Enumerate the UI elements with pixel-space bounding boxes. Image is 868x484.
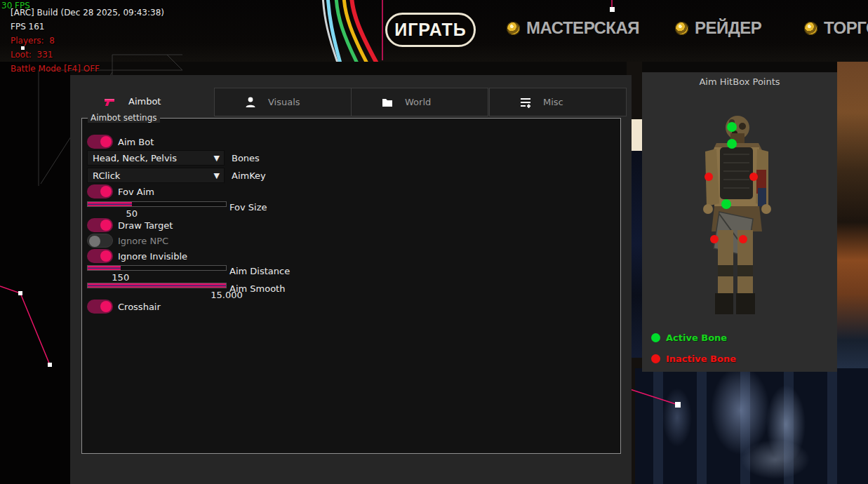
ignore-npc-label: Ignore NPC [118, 236, 168, 246]
hitbox-point-right-shoulder[interactable] [749, 173, 758, 181]
legend-active-bone: Active Bone [651, 332, 727, 343]
player-model-preview [691, 112, 782, 319]
players-count: Players: 8 [11, 36, 55, 46]
fps-info: FPS 161 [11, 22, 44, 32]
fov-size-label: Fov Size [229, 202, 267, 213]
aim-distance-slider[interactable] [87, 265, 227, 271]
cheat-menu-panel: Aimbot Visuals World [70, 75, 632, 484]
coin-icon [804, 22, 817, 35]
loot-count: Loot: 331 [11, 50, 53, 60]
tab-label: World [405, 97, 431, 107]
aim-distance-value: 150 [112, 272, 129, 283]
aim-smooth-slider[interactable] [87, 283, 227, 288]
menu-item-trade[interactable]: ТОРГО [804, 18, 868, 38]
draw-target-toggle[interactable] [87, 218, 113, 232]
coin-icon [507, 22, 520, 35]
aim-distance-label: Aim Distance [229, 266, 290, 276]
loot-marker [675, 402, 681, 408]
aimkey-value: RClick [93, 170, 120, 181]
active-bone-dot [651, 333, 660, 342]
chevron-down-icon: ▼ [214, 168, 220, 183]
battle-mode-status: Battle Mode [F4] OFF [11, 64, 100, 74]
person-icon [244, 96, 257, 109]
aimkey-dropdown[interactable]: RClick ▼ [87, 168, 225, 183]
crosshair-toggle[interactable] [87, 300, 113, 314]
active-bone-label: Active Bone [666, 332, 727, 343]
playlist-add-icon [519, 96, 532, 109]
inactive-bone-label: Inactive Bone [666, 354, 736, 364]
hitbox-point-head[interactable] [727, 122, 737, 132]
build-info: [ARC] Build (Dec 28 2025, 09:43:38) [11, 8, 164, 18]
tab-label: Misc [543, 97, 563, 107]
aim-bot-toggle[interactable] [87, 135, 113, 149]
aimkey-label: AimKey [232, 170, 266, 181]
hitbox-point-right-knee[interactable] [739, 235, 747, 243]
bones-value: Head, Neck, Pelvis [93, 153, 177, 163]
chevron-down-icon: ▼ [214, 151, 220, 166]
legend-inactive-bone: Inactive Bone [651, 354, 736, 364]
tab-label: Visuals [268, 97, 300, 107]
hitbox-panel-title: Aim HitBox Points [642, 76, 837, 87]
loot-marker [48, 363, 52, 367]
menu-item-label: РЕЙДЕР [695, 18, 761, 38]
hitbox-point-left-knee[interactable] [710, 235, 719, 243]
play-button[interactable]: ИГРАТЬ [385, 13, 476, 47]
hitbox-point-left-shoulder[interactable] [705, 173, 713, 181]
game-screen: 30 FPS [ARC] Build (Dec 28 2025, 09:43:3… [0, 0, 868, 484]
crosshair-label: Crosshair [118, 302, 161, 312]
draw-target-label: Draw Target [118, 220, 173, 231]
ignore-invisible-toggle[interactable] [87, 249, 113, 263]
pistol-icon [104, 97, 115, 107]
hitbox-point-pelvis[interactable] [721, 199, 731, 209]
bones-label: Bones [232, 153, 260, 163]
fov-aim-toggle[interactable] [87, 184, 113, 199]
hitbox-panel: Aim HitBox Points [642, 72, 837, 372]
loot-marker [610, 7, 615, 12]
menu-item-label: ТОРГО [824, 18, 868, 38]
folder-icon [381, 96, 394, 109]
tab-misc[interactable]: Misc [489, 88, 627, 116]
aim-smooth-label: Aim Smooth [229, 283, 285, 294]
tab-aimbot[interactable]: Aimbot [91, 88, 203, 116]
bones-dropdown[interactable]: Head, Neck, Pelvis ▼ [87, 150, 225, 166]
fov-size-slider[interactable] [87, 201, 227, 207]
loot-marker [18, 291, 22, 295]
ignore-invisible-label: Ignore Invisible [118, 251, 187, 262]
hitbox-point-neck[interactable] [727, 139, 737, 149]
fov-aim-label: Fov Aim [118, 187, 154, 197]
aim-bot-label: Aim Bot [118, 137, 154, 147]
tab-world[interactable]: World [351, 88, 488, 116]
tab-visuals[interactable]: Visuals [214, 88, 352, 116]
tab-label: Aimbot [128, 96, 161, 107]
inactive-bone-dot [651, 354, 660, 363]
coin-icon [675, 22, 688, 35]
ignore-npc-toggle[interactable] [87, 234, 113, 248]
menu-item-raider[interactable]: РЕЙДЕР [675, 18, 761, 38]
menu-item-workshop[interactable]: МАСТЕРСКАЯ [507, 18, 639, 38]
group-title: Aimbot settings [88, 113, 160, 123]
fov-size-value: 50 [126, 208, 138, 219]
menu-item-label: МАСТЕРСКАЯ [526, 18, 639, 38]
